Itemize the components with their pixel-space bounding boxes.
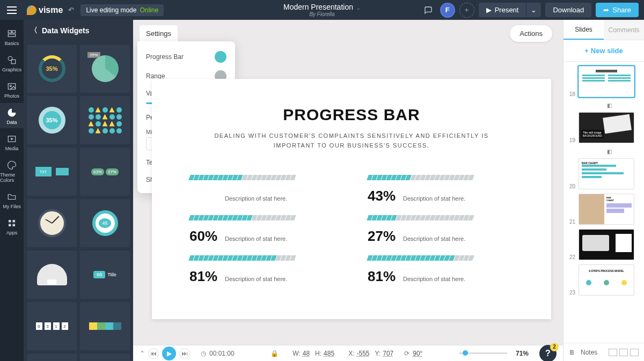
stat-block[interactable]: 60%Description of stat here. — [189, 215, 335, 245]
layout-1[interactable] — [609, 349, 617, 356]
lock-icon[interactable]: 🔒 — [270, 350, 279, 357]
rail-apps[interactable]: Apps — [0, 213, 24, 239]
layout-2[interactable] — [619, 349, 628, 356]
widget-meter[interactable]: 45 — [27, 251, 77, 299]
download-button[interactable]: Download — [545, 3, 591, 17]
slide-subtitle: DEALING WITH CUSTOMER'S COMPLAINTS SENSI… — [152, 124, 551, 150]
thumb-23[interactable]: 3-STEPS PROCESS MODEL — [579, 264, 634, 296]
apps-icon — [6, 218, 17, 229]
widgets-header[interactable]: 〈 Data Widgets — [24, 20, 133, 41]
logo-text: visme — [39, 5, 63, 15]
share-button[interactable]: ➦ Share — [596, 3, 639, 17]
thumb-extra-19[interactable]: ◧ — [579, 148, 640, 155]
stat-block[interactable]: 81%Description of stat here. — [368, 255, 514, 285]
svg-rect-4 — [11, 60, 16, 64]
palette-icon — [6, 160, 17, 171]
height-value[interactable]: 485 — [324, 350, 334, 357]
rail-data[interactable]: Data — [0, 103, 24, 128]
stats-grid: 48%Description of stat here.43%Descripti… — [152, 150, 551, 285]
stat-desc: Description of stat here. — [225, 276, 287, 282]
rail-basics[interactable]: Basics — [0, 24, 24, 49]
widget-donut-45[interactable]: 45 — [80, 199, 130, 247]
rail-theme-colors[interactable]: Theme Colors — [0, 156, 24, 186]
plus-icon: + — [584, 47, 589, 55]
chevron-up-icon[interactable]: ⌃ — [140, 350, 145, 357]
back-icon: 〈 — [30, 26, 38, 35]
help-button[interactable]: ?2 — [539, 345, 557, 362]
widget-extra-2[interactable] — [80, 353, 130, 361]
present-dropdown[interactable]: ⌄ — [526, 3, 541, 17]
clock-icon: ◷ — [201, 350, 206, 357]
rail-graphics[interactable]: Graphics — [0, 50, 24, 76]
widget-clock[interactable] — [27, 199, 77, 247]
widget-hbar[interactable] — [80, 302, 130, 350]
rotate-icon[interactable]: ⟳ — [404, 350, 409, 357]
next-slide-button[interactable]: ⏭ — [179, 348, 190, 359]
widget-text-bars[interactable]: TXT — [27, 148, 77, 196]
rail-photos[interactable]: Photos — [0, 77, 24, 102]
prev-slide-button[interactable]: ⏮ — [148, 348, 159, 359]
stat-percent: 60% — [189, 228, 217, 245]
thumb-20[interactable]: BAR CHART — [579, 158, 634, 189]
chat-button[interactable] — [421, 3, 436, 18]
live-status: Online — [140, 6, 158, 14]
data-icon — [6, 107, 17, 118]
thumb-extra-18[interactable]: ◧ — [579, 101, 640, 109]
basics-icon — [6, 28, 17, 39]
thumb-18[interactable] — [579, 66, 634, 97]
tab-comments[interactable]: Comments — [604, 20, 644, 40]
thumb-22[interactable] — [579, 229, 634, 260]
present-button[interactable]: ▶ Present — [479, 3, 526, 17]
rail-my-files[interactable]: My Files — [0, 187, 24, 212]
widget-extra-1[interactable] — [27, 353, 77, 361]
folder-icon — [6, 191, 17, 202]
widget-digits[interactable]: 0312 — [27, 302, 77, 350]
thumb-19[interactable]: Title with imageBACKGROUND — [579, 112, 634, 143]
notes-label[interactable]: Notes — [581, 349, 597, 356]
svg-rect-11 — [13, 224, 16, 227]
chevron-down-icon: ⌄ — [531, 6, 537, 14]
stat-percent: 27% — [368, 228, 396, 245]
slide-canvas[interactable]: PROGRESS BAR DEALING WITH CUSTOMER'S COM… — [152, 79, 551, 319]
zoom-slider[interactable] — [459, 352, 507, 354]
left-rail: Basics Graphics Photos Data Media Theme … — [0, 20, 24, 361]
x-value[interactable]: -555 — [356, 350, 369, 357]
layout-3[interactable] — [630, 349, 639, 356]
thumb-21[interactable]: BARCHART — [579, 194, 634, 225]
actions-button[interactable]: Actions — [510, 25, 552, 42]
logo-icon — [27, 5, 36, 15]
thumbs-list[interactable]: 18 ◧ 19Title with imageBACKGROUND ◧ 20BA… — [564, 62, 644, 343]
stat-block[interactable]: 48%Description of stat here. — [189, 175, 335, 204]
user-avatar[interactable]: F — [440, 3, 455, 18]
swatch-bar[interactable] — [215, 51, 226, 63]
add-collaborator-button[interactable]: + — [459, 3, 474, 18]
rotation-value[interactable]: 90° — [413, 350, 422, 357]
tab-settings[interactable]: Settings — [140, 25, 178, 42]
play-button[interactable]: ▶ — [162, 347, 176, 360]
live-mode-pill[interactable]: Live editing mode Online — [80, 4, 164, 16]
widget-donut-35[interactable]: 35% — [27, 45, 77, 93]
width-value[interactable]: 48 — [303, 350, 310, 357]
widget-label-pill[interactable]: 68Title — [80, 251, 130, 299]
new-slide-button[interactable]: +New slide — [564, 40, 644, 62]
canvas-area: Settings Actions Progress Bar Range Valu… — [133, 20, 563, 361]
stat-block[interactable]: 43%Description of stat here. — [368, 175, 514, 204]
rail-media[interactable]: Media — [0, 129, 24, 154]
undo-button[interactable]: ↶ — [68, 6, 74, 14]
y-value[interactable]: 707 — [383, 350, 393, 357]
logo[interactable]: visme — [27, 5, 63, 15]
menu-button[interactable] — [0, 0, 24, 20]
slide-title: PROGRESS BAR — [152, 79, 551, 124]
play-icon: ▶ — [486, 6, 492, 14]
widget-half-donut[interactable]: 35% — [27, 96, 77, 144]
stat-block[interactable]: 81%Description of stat here. — [189, 255, 335, 285]
stat-desc: Description of stat here. — [403, 235, 465, 242]
chat-icon — [424, 6, 433, 14]
stat-block[interactable]: 27%Description of stat here. — [368, 215, 514, 245]
tab-slides[interactable]: Slides — [564, 20, 604, 40]
svg-point-6 — [10, 85, 11, 87]
widget-pie-flag[interactable]: 35% — [80, 45, 130, 93]
widget-gauge-pair[interactable]: 63%27% — [80, 148, 130, 196]
title-block[interactable]: Modern Presentation⌄ By Fiorella — [283, 3, 361, 17]
widget-shapes-grid[interactable] — [80, 96, 130, 144]
